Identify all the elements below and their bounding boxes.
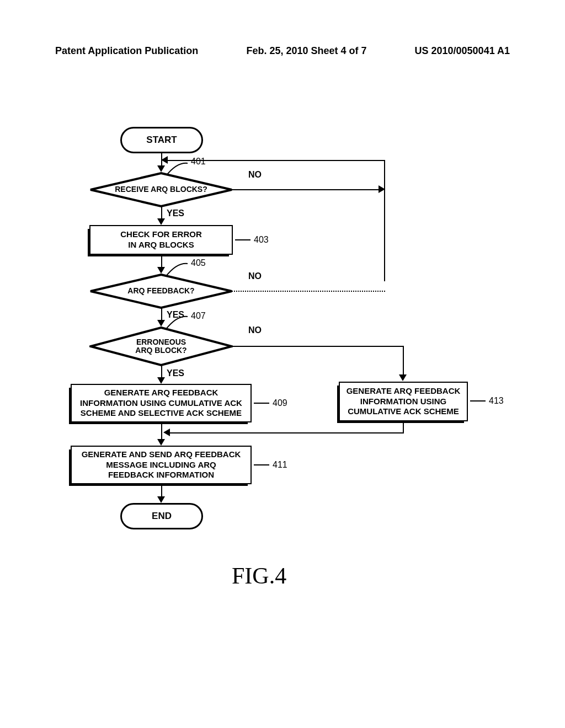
flowchart-stage: START 401 RECEIVE ARQ BLOCKS? NO YES CHE… [55,127,510,568]
ref-405: 405 [191,258,206,268]
page-header: Patent Application Publication Feb. 25, … [55,45,510,57]
connector [232,346,404,347]
yes-label-3: YES [167,368,184,378]
dec1-label: RECEIVE ARQ BLOCKS? [115,185,207,194]
connector [167,160,385,161]
process-gen-feedback-selective: GENERATE ARQ FEEDBACK INFORMATION USING … [71,384,252,422]
arrowhead-icon [157,218,165,225]
ref-413: 413 [489,396,504,406]
header-left: Patent Application Publication [55,45,198,57]
no-label-2: NO [248,271,262,281]
terminator-start: START [120,127,203,153]
no-label-1: NO [248,170,262,180]
leader-403 [235,239,250,240]
proc413-label: GENERATE ARQ FEEDBACK INFORMATION USING … [347,386,461,417]
header-right: US 2010/0050041 A1 [415,45,510,57]
leader-413 [470,400,486,402]
yes-label-1: YES [167,208,184,218]
decision-erroneous-block: ERRONEOUS ARQ BLOCK? [89,326,233,366]
ref-403: 403 [254,235,269,245]
arrowhead-icon [157,439,165,446]
process-send-feedback-msg: GENERATE AND SEND ARQ FEEDBACK MESSAGE I… [71,446,252,484]
ref-401: 401 [191,157,206,167]
figure-label: FIG.4 [232,563,286,589]
arrowhead-icon [163,429,170,436]
ref-407: 407 [191,311,206,321]
start-label: START [146,135,177,146]
process-check-error: CHECK FOR ERROR IN ARQ BLOCKS [89,225,233,255]
connector [232,189,381,190]
decision-receive-arq: RECEIVE ARQ BLOCKS? [89,172,233,207]
process-gen-feedback-cumulative: GENERATE ARQ FEEDBACK INFORMATION USING … [339,382,468,421]
terminator-end: END [120,503,203,529]
connector [169,432,404,433]
connector [403,346,404,377]
arrowhead-icon [157,267,165,274]
connector [384,160,385,281]
leader-409 [254,403,269,404]
end-label: END [152,511,172,522]
connector [161,422,162,441]
proc409-label: GENERATE ARQ FEEDBACK INFORMATION USING … [80,388,242,419]
dec2-label: ARQ FEEDBACK? [127,287,194,295]
connector-dotted [232,291,385,292]
connector [403,421,404,433]
no-label-3: NO [248,325,262,335]
proc403-label: CHECK FOR ERROR IN ARQ BLOCKS [120,229,202,250]
proc411-label: GENERATE AND SEND ARQ FEEDBACK MESSAGE I… [82,449,241,480]
dec3-label: ERRONEOUS ARQ BLOCK? [135,338,186,355]
arrowhead-icon [157,496,165,503]
arrowhead-icon [157,320,165,326]
arrowhead-icon [157,165,165,172]
ref-409: 409 [273,398,287,408]
arrowhead-icon [161,156,168,164]
decision-arq-feedback: ARQ FEEDBACK? [89,274,233,309]
leader-411 [254,464,269,465]
header-center: Feb. 25, 2010 Sheet 4 of 7 [246,45,366,57]
ref-411: 411 [273,460,287,470]
arrowhead-icon [399,374,407,381]
arrowhead-icon [157,377,165,384]
